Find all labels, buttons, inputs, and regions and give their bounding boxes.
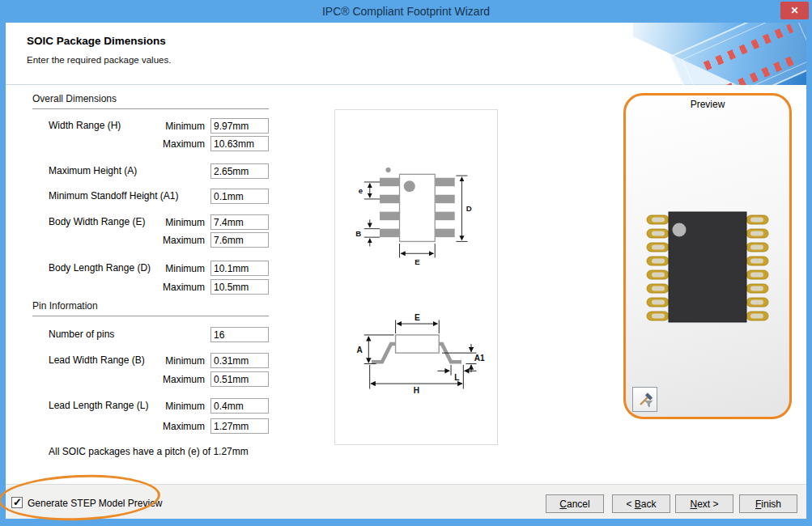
body-width-min-input[interactable] (210, 214, 269, 230)
qualifier-maximum: Maximum (119, 282, 205, 293)
preview-panel: Preview (623, 93, 792, 419)
chip-pin1-marker (673, 223, 687, 237)
lead-length-max-input[interactable] (210, 418, 269, 434)
section-overall-dimensions: Overall Dimensions (32, 93, 269, 109)
lead-width-max-input[interactable] (210, 371, 269, 387)
body-width-max-input[interactable] (210, 232, 269, 248)
dim-label-E-side: E (415, 313, 420, 322)
qualifier-maximum: Maximum (119, 374, 205, 385)
generate-step-label: Generate STEP Model Preview (28, 498, 163, 509)
dim-label-E: E (415, 257, 420, 266)
back-button[interactable]: < Back (612, 494, 670, 513)
titlebar: IPC® Compliant Footprint Wizard ✕ (0, 0, 812, 23)
qualifier-minimum: Minimum (119, 355, 205, 367)
pitch-note: All SOIC packages have a pitch (e) of 1.… (49, 446, 249, 457)
dim-label-e: e (359, 186, 363, 195)
soic-side-view-diagram: E A A1 H L (342, 312, 491, 406)
circuit-board-image (633, 23, 806, 85)
field-label-number-of-pins: Number of pins (49, 329, 114, 340)
next-button[interactable]: Next > (675, 494, 733, 513)
step-model-chip (626, 95, 789, 417)
cancel-button[interactable]: Cancel (546, 494, 604, 513)
page-title: SOIC Package Dimensions (27, 35, 166, 47)
qualifier-minimum: Minimum (119, 401, 205, 412)
max-height-input[interactable] (210, 163, 269, 179)
wizard-window: IPC® Compliant Footprint Wizard ✕ SOIC P… (0, 0, 812, 526)
qualifier-minimum: Minimum (119, 121, 205, 132)
min-standoff-input[interactable] (210, 189, 269, 204)
wizard-header: SOIC Package Dimensions Enter the requir… (6, 23, 806, 85)
field-label-max-height: Maximum Height (A) (49, 165, 137, 176)
preview-tool-button[interactable] (632, 387, 657, 412)
close-button[interactable]: ✕ (780, 2, 809, 19)
dim-label-A1: A1 (474, 354, 485, 363)
footer-bar: ✓ Generate STEP Model Preview Cancel < B… (6, 484, 806, 519)
dim-label-H: H (414, 386, 419, 395)
dim-label-L: L (454, 373, 459, 382)
generate-step-checkbox[interactable]: ✓ (11, 497, 23, 508)
qualifier-maximum: Maximum (119, 235, 205, 246)
chip-pins-left (647, 215, 669, 320)
close-icon: ✕ (790, 5, 798, 16)
checkmark-icon: ✓ (13, 498, 22, 507)
orientation-dot (385, 168, 390, 172)
width-min-input[interactable] (210, 118, 269, 134)
field-label-min-standoff: Minimum Standoff Height (A1) (49, 190, 179, 201)
width-max-input[interactable] (210, 136, 269, 151)
qualifier-maximum: Maximum (119, 138, 205, 150)
lead-length-min-input[interactable] (210, 398, 269, 414)
pin1-marker (404, 180, 415, 192)
soic-top-view-diagram: e B D E (346, 142, 487, 266)
dim-label-B: B (355, 229, 361, 238)
body-length-min-input[interactable] (210, 261, 269, 276)
section-pin-information: Pin Information (32, 300, 269, 316)
finish-button[interactable]: Finish (739, 494, 797, 513)
dim-label-A: A (357, 346, 363, 354)
window-title: IPC® Compliant Footprint Wizard (322, 5, 490, 18)
page-subtitle: Enter the required package values. (27, 55, 171, 65)
dim-label-D: D (466, 204, 472, 213)
chip-pins-right (746, 215, 768, 320)
wizard-content: SOIC Package Dimensions Enter the requir… (6, 23, 806, 519)
pins-count-input[interactable] (210, 327, 269, 342)
body-length-max-input[interactable] (210, 279, 269, 295)
qualifier-minimum: Minimum (119, 217, 205, 228)
qualifier-maximum: Maximum (119, 421, 205, 432)
lead-width-min-input[interactable] (210, 353, 269, 368)
field-label-width-range: Width Range (H) (49, 120, 121, 131)
hammer-funnel-icon (637, 392, 653, 408)
package-diagram-panel: e B D E (334, 109, 498, 445)
qualifier-minimum: Minimum (119, 263, 205, 274)
